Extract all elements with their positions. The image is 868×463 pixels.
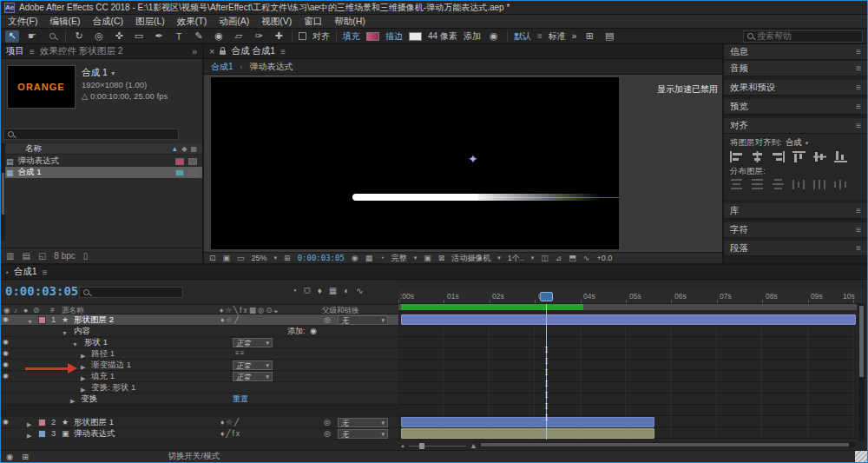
work-area-bar[interactable] xyxy=(398,304,857,310)
blend-mode-dropdown[interactable]: 正常▾ xyxy=(233,338,273,347)
property-name[interactable]: 渐变描边 1 xyxy=(91,360,131,370)
fill-color-swatch[interactable] xyxy=(366,32,379,41)
graph-editor-icon[interactable]: ∿ xyxy=(356,286,363,296)
always-preview-icon[interactable]: ⊡ xyxy=(209,254,216,262)
stroke-label[interactable]: 描边 xyxy=(385,30,403,43)
group-row-shape1[interactable]: ◉ ▼ 形状 1 正常▾ xyxy=(1,337,398,348)
caret-down-icon[interactable]: ▼ xyxy=(110,70,116,76)
distribute-right-button[interactable] xyxy=(834,179,847,190)
project-search-box[interactable] xyxy=(3,129,179,140)
panel-audio[interactable]: 音频≡ xyxy=(724,61,867,76)
new-composition-icon[interactable]: ◱ xyxy=(38,251,46,261)
workspace-menu-icon[interactable]: ≡ xyxy=(537,31,542,41)
group-name[interactable]: 变换 xyxy=(81,394,97,404)
fast-previews-icon[interactable]: ⊿ xyxy=(556,254,562,262)
panels-icon[interactable]: ▤ xyxy=(602,30,616,43)
timeline-timecode[interactable]: 0:00:03:05 xyxy=(5,284,78,298)
interpret-footage-icon[interactable]: ▥ xyxy=(6,251,14,261)
new-folder-icon[interactable]: ▤ xyxy=(22,251,30,261)
expander-icon[interactable]: ▶ xyxy=(70,396,75,407)
tab-timeline-comp[interactable]: 合成1 xyxy=(14,266,37,278)
tab-overflow[interactable]: » xyxy=(192,46,197,56)
guides-icon[interactable]: ⊞ xyxy=(284,254,291,262)
layer-row-3[interactable]: ▶ 3 ▣ 弹动表达式 ♦╱fx ◎ 无▾ xyxy=(1,428,398,440)
clone-stamp-tool-icon[interactable]: ◉ xyxy=(212,30,226,43)
channels-icon[interactable]: ◔ xyxy=(379,254,384,262)
menu-item-animation[interactable]: 动画(A) xyxy=(219,16,249,28)
panel-menu-icon[interactable]: ≡ xyxy=(856,225,861,235)
trash-icon[interactable]: ▯ xyxy=(83,251,89,261)
layer-row-2[interactable]: ◉ ▶ 2 ★ 形状图层 1 ♦☆╱ ◎ 无▾ xyxy=(1,417,398,428)
transparency-grid-icon[interactable]: ⊠ xyxy=(438,254,445,262)
tab-effect-controls[interactable]: 效果控件 形状图层 2 xyxy=(40,45,123,57)
workspace-overflow[interactable]: » xyxy=(572,31,577,41)
parent-dropdown[interactable]: 无▾ xyxy=(338,429,388,439)
eye-icon[interactable]: ◉ xyxy=(3,371,9,381)
distribute-left-button[interactable] xyxy=(792,179,806,190)
view-layout-value[interactable]: 1个.. xyxy=(508,253,524,264)
timeline-button-icon[interactable]: ⬒ xyxy=(569,254,576,262)
snap-checkbox[interactable] xyxy=(299,32,306,40)
rotation-tool-icon[interactable]: ↻ xyxy=(72,30,86,43)
tab-composition[interactable]: 合成 合成1 xyxy=(231,45,275,57)
pixel-aspect-icon[interactable]: ◫ xyxy=(541,254,549,262)
menu-item-view[interactable]: 视图(V) xyxy=(261,16,292,28)
panel-menu-icon[interactable]: ≡ xyxy=(856,47,861,56)
project-vertical-scrollbar[interactable] xyxy=(1,143,5,241)
camera-view-value[interactable]: 活动摄像机 xyxy=(451,253,490,264)
composition-profiler-icon[interactable]: ⊞ xyxy=(22,452,29,461)
zoom-level[interactable]: 25% xyxy=(252,254,267,262)
project-bpc[interactable]: 8 bpc xyxy=(54,251,75,261)
blend-mode-dropdown[interactable]: 正常▾ xyxy=(233,360,273,370)
help-search-input[interactable] xyxy=(757,31,848,41)
layer-name[interactable]: 弹动表达式 xyxy=(74,428,115,439)
caret-down-icon[interactable]: ▾ xyxy=(274,255,278,261)
eye-icon[interactable]: ◉ xyxy=(3,417,9,427)
layer-switch-icons[interactable]: ♦☆╱ xyxy=(220,417,240,427)
label-color-chip[interactable] xyxy=(38,419,46,427)
prop-row-fill1[interactable]: ◉ ▶ 填充 1 正常▾ xyxy=(1,371,398,382)
timeline-zoom-control[interactable]: ▲ ▲ xyxy=(400,441,477,450)
blend-mode-dropdown[interactable]: 正常▾ xyxy=(233,372,273,381)
current-time-indicator-head[interactable] xyxy=(540,292,553,301)
camera-tool-icon[interactable]: ◎ xyxy=(92,30,106,43)
label-color-chip[interactable] xyxy=(175,158,184,165)
panel-menu-icon[interactable]: ≡ xyxy=(856,243,861,253)
distribute-hcenter-button[interactable] xyxy=(813,179,826,190)
zoom-slider[interactable] xyxy=(409,446,466,446)
add-button-icon[interactable]: ◉ xyxy=(310,326,317,336)
panel-info[interactable]: 信息≡ xyxy=(724,44,867,60)
item-name[interactable]: 弹动表达式 xyxy=(18,155,60,167)
eraser-tool-icon[interactable]: ▱ xyxy=(232,30,246,43)
zoom-slider-handle[interactable] xyxy=(419,443,424,449)
layer-switch-icons[interactable]: ♦╱fx xyxy=(220,428,241,439)
distribute-vcenter-button[interactable] xyxy=(751,179,764,190)
puppet-pin-tool-icon[interactable]: ✚ xyxy=(272,30,286,43)
pickwhip-icon[interactable]: ◎ xyxy=(324,417,331,427)
path-option-icons[interactable]: ≡≡ xyxy=(235,348,245,359)
primary-viewer-icon[interactable]: ▣ xyxy=(223,254,231,262)
expander-icon[interactable]: ▶ xyxy=(27,431,31,441)
panel-paragraph[interactable]: 段落≡ xyxy=(724,241,867,256)
timeline-vertical-scrollbar[interactable] xyxy=(858,304,865,441)
distribute-bottom-button[interactable] xyxy=(772,179,785,190)
menu-item-layer[interactable]: 图层(L) xyxy=(135,16,165,28)
shape-tool-icon[interactable]: ▭ xyxy=(132,30,146,43)
close-icon[interactable]: × xyxy=(209,46,214,56)
breadcrumb-layer[interactable]: 弹动表达式 xyxy=(250,61,293,73)
zoom-tool-icon[interactable] xyxy=(45,30,59,43)
align-hcenter-button[interactable] xyxy=(751,151,764,162)
toggle-switches-modes[interactable]: 切换开关/模式 xyxy=(168,451,220,462)
align-top-button[interactable] xyxy=(792,151,806,162)
project-row[interactable]: ▤ 弹动表达式 xyxy=(1,155,202,167)
align-vcenter-button[interactable] xyxy=(813,151,826,162)
property-name[interactable]: 填充 1 xyxy=(91,371,115,381)
text-tool-icon[interactable]: T xyxy=(172,30,186,43)
zoom-out-mountain-icon[interactable]: ▲ xyxy=(400,443,405,448)
panel-effects-presets[interactable]: 效果和预设≡ xyxy=(724,80,867,96)
timeline-horizontal-scrollbar[interactable] xyxy=(480,442,855,447)
column-name[interactable]: 名称 xyxy=(25,143,42,155)
panel-menu-icon[interactable]: ≡ xyxy=(280,47,286,56)
viewport[interactable]: ✦ 显示加速已禁用 xyxy=(204,75,722,252)
prop-row-transform-shape1[interactable]: ▶ 变换: 形状 1 xyxy=(1,382,398,394)
